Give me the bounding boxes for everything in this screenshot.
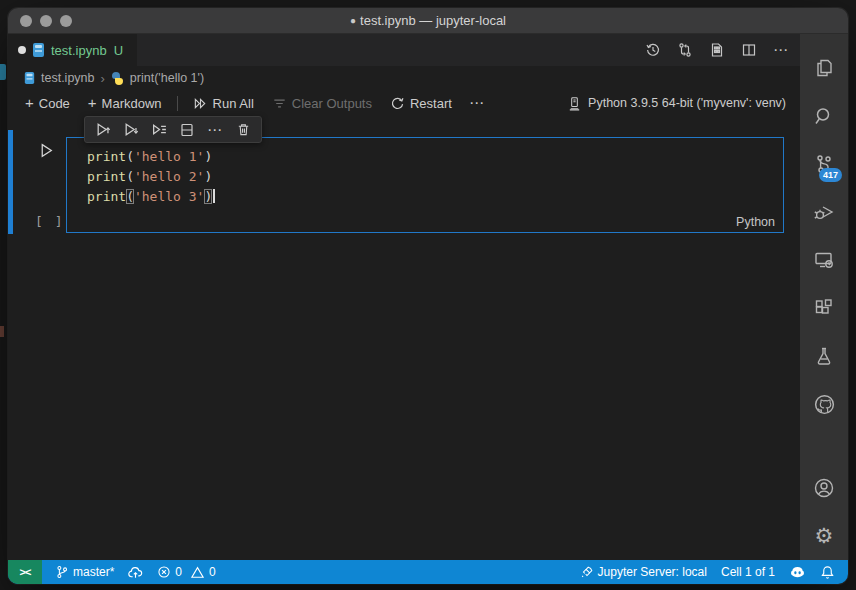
status-bar-right: Jupyter Server: local Cell 1 of 1 <box>573 560 848 584</box>
copilot-icon <box>789 564 806 581</box>
execute-above-icon[interactable] <box>91 119 115 141</box>
notebook-editor: ⋯ [ ] print('hello <box>8 116 800 560</box>
execute-below-icon[interactable] <box>119 119 143 141</box>
desktop: ●test.ipynb — jupyter-local test.ipynb U <box>0 0 856 590</box>
git-branch-item[interactable]: master* <box>48 560 121 584</box>
code-cell[interactable]: print('hello 1')print('hello 2')print('h… <box>66 137 784 233</box>
settings-gear-icon[interactable]: ⚙ <box>800 512 848 560</box>
run-cell-icon <box>38 142 55 159</box>
clear-outputs-icon <box>272 96 287 111</box>
clear-outputs-button: Clear Outputs <box>265 94 379 113</box>
background-window-fragment <box>0 326 4 337</box>
cell-position-item[interactable]: Cell 1 of 1 <box>714 560 782 584</box>
export-notebook-icon[interactable] <box>706 39 728 61</box>
add-code-cell-button[interactable]: + Code <box>18 94 77 113</box>
activity-bar: 417 <box>800 34 848 560</box>
notifications-bell-icon[interactable] <box>813 560 842 584</box>
toolbar-divider <box>177 96 178 111</box>
breadcrumb-file[interactable]: test.ipynb <box>41 71 95 85</box>
kernel-icon <box>567 96 582 111</box>
remote-explorer-icon[interactable] <box>800 236 848 284</box>
notebook-file-icon <box>25 72 34 84</box>
code-line[interactable]: print('hello 2') <box>87 167 783 187</box>
title-bar: ●test.ipynb — jupyter-local <box>8 8 848 34</box>
editor-actions: ⋯ <box>642 34 800 66</box>
code-line[interactable]: print('hello 3') <box>87 187 783 207</box>
cell-more-actions-icon[interactable]: ⋯ <box>203 119 227 141</box>
warnings-icon <box>190 565 205 580</box>
background-window-fragment <box>0 64 6 80</box>
account-icon[interactable] <box>800 464 848 512</box>
plus-icon: + <box>25 95 34 110</box>
notebook-file-icon <box>33 43 44 57</box>
python-symbol-icon <box>111 72 124 85</box>
compare-changes-icon[interactable] <box>674 39 696 61</box>
run-by-line-icon[interactable] <box>147 119 171 141</box>
restart-icon <box>390 96 405 111</box>
cell-toolbar: ⋯ <box>84 116 262 143</box>
notebook-toolbar: + Code + Markdown Run All <box>8 90 800 116</box>
add-markdown-cell-button[interactable]: + Markdown <box>81 94 169 113</box>
branch-icon <box>55 565 69 579</box>
cloud-upload-icon <box>128 565 143 580</box>
delete-cell-icon[interactable] <box>231 119 255 141</box>
jupyter-server-icon <box>580 565 594 579</box>
problems-item[interactable]: 0 0 <box>150 560 222 584</box>
search-icon[interactable] <box>800 92 848 140</box>
status-bar: >< master* 0 <box>8 560 848 584</box>
extensions-icon[interactable] <box>800 284 848 332</box>
vscode-window: ●test.ipynb — jupyter-local test.ipynb U <box>8 8 848 584</box>
plus-icon: + <box>88 95 97 110</box>
unsaved-dot: ● <box>350 15 356 26</box>
cell-code[interactable]: print('hello 1')print('hello 2')print('h… <box>67 138 783 207</box>
window-title: ●test.ipynb — jupyter-local <box>8 13 848 28</box>
kernel-picker[interactable]: Python 3.9.5 64-bit ('myvenv': venv) <box>561 94 792 113</box>
jupyter-server-item[interactable]: Jupyter Server: local <box>573 560 714 584</box>
breadcrumb[interactable]: test.ipynb › print('hello 1') <box>8 66 800 90</box>
history-icon[interactable] <box>642 39 664 61</box>
explorer-icon[interactable] <box>800 44 848 92</box>
tab-bar: test.ipynb U <box>8 34 800 66</box>
run-all-icon <box>193 96 208 111</box>
run-and-debug-icon[interactable] <box>800 188 848 236</box>
tab-git-badge: U <box>114 43 123 58</box>
scm-changes-badge: 417 <box>819 168 842 182</box>
tab-test-ipynb[interactable]: test.ipynb U <box>8 34 137 66</box>
text-cursor <box>213 189 215 203</box>
run-all-button[interactable]: Run All <box>186 94 261 113</box>
cell-language-picker[interactable]: Python <box>736 215 775 229</box>
remote-indicator[interactable]: >< <box>8 560 42 584</box>
testing-icon[interactable] <box>800 332 848 380</box>
execution-count: [ ] <box>35 214 64 229</box>
tab-modified-dot <box>18 46 26 54</box>
toolbar-more-actions[interactable]: ⋯ <box>463 94 491 112</box>
source-control-icon[interactable]: 417 <box>800 140 848 188</box>
cell-focus-indicator <box>8 130 13 234</box>
copilot-status-button[interactable] <box>782 560 813 584</box>
code-line[interactable]: print('hello 1') <box>87 147 783 167</box>
breadcrumb-symbol[interactable]: print('hello 1') <box>130 71 204 85</box>
split-cell-icon[interactable] <box>175 119 199 141</box>
run-cell-button[interactable] <box>38 142 55 163</box>
more-actions-icon[interactable]: ⋯ <box>770 39 792 61</box>
tab-file-name: test.ipynb <box>51 43 107 58</box>
errors-icon <box>157 565 171 579</box>
restart-kernel-button[interactable]: Restart <box>383 94 459 113</box>
publish-changes-button[interactable] <box>121 560 150 584</box>
breadcrumb-separator: › <box>101 71 105 86</box>
github-icon[interactable] <box>800 380 848 428</box>
split-editor-icon[interactable] <box>738 39 760 61</box>
